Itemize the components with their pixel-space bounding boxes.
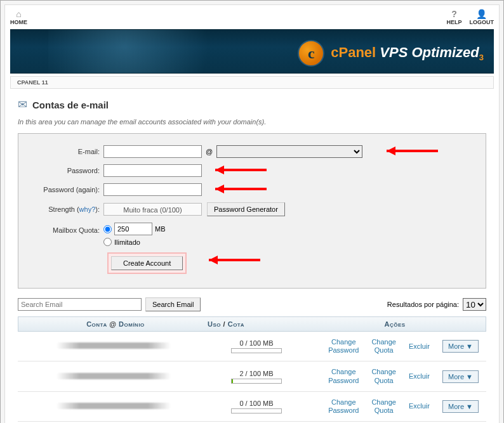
- arrow-annotation: [209, 256, 269, 264]
- page-title: Contas de e-mail: [32, 100, 109, 110]
- quota-input[interactable]: [114, 223, 152, 235]
- home-icon: ⌂: [10, 9, 27, 19]
- email-input[interactable]: [103, 145, 202, 158]
- home-link[interactable]: ⌂ HOME: [10, 9, 27, 25]
- more-button[interactable]: More ▼: [442, 340, 479, 353]
- password2-label: Password (again):: [27, 186, 103, 193]
- more-button[interactable]: More ▼: [442, 400, 479, 413]
- strength-label: Strength (why?):: [27, 205, 103, 213]
- home-label: HOME: [10, 19, 27, 25]
- table-header: Conta @ Domínio Uso / Cota Ações: [18, 316, 486, 332]
- quota-unlimited-label: Ilimitado: [114, 238, 140, 246]
- th-quota[interactable]: Cota: [228, 320, 244, 328]
- results-per-page-select[interactable]: 10: [463, 298, 486, 311]
- cpanel-logo-icon: c: [298, 40, 324, 67]
- change-quota-link[interactable]: ChangeQuota: [371, 398, 396, 415]
- change-quota-link[interactable]: ChangeQuota: [371, 338, 396, 355]
- more-button[interactable]: More ▼: [442, 370, 479, 383]
- quota-unit: MB: [155, 225, 166, 233]
- password-generator-button[interactable]: Password Generator: [207, 202, 285, 216]
- password-input[interactable]: [103, 164, 202, 177]
- password2-input[interactable]: [103, 183, 202, 196]
- quota-label: Mailbox Quota:: [27, 223, 103, 234]
- create-account-button[interactable]: Create Account: [111, 256, 183, 270]
- results-per-page-label: Resultados por página:: [387, 301, 459, 308]
- email-label: E-mail:: [27, 148, 103, 155]
- th-actions: Ações: [309, 320, 481, 328]
- help-link[interactable]: ? HELP: [446, 9, 461, 25]
- breadcrumb[interactable]: CPANEL 11: [10, 76, 494, 89]
- th-account[interactable]: Conta: [86, 320, 107, 328]
- account-cell: [56, 373, 171, 379]
- why-link[interactable]: why?: [79, 205, 96, 213]
- help-icon: ?: [446, 9, 461, 19]
- usage-cell: 0 / 100 MB: [206, 400, 307, 407]
- help-label: HELP: [446, 19, 461, 25]
- th-domain[interactable]: Domínio: [119, 320, 145, 328]
- password-label: Password:: [27, 167, 103, 174]
- logout-link[interactable]: 👤 LOGOUT: [470, 9, 494, 25]
- arrow-annotation: [215, 166, 275, 174]
- logout-icon: 👤: [470, 9, 494, 19]
- domain-select[interactable]: [216, 145, 362, 158]
- at-sign: @: [206, 148, 213, 155]
- search-input[interactable]: [18, 298, 142, 311]
- delete-link[interactable]: Excluir: [409, 342, 430, 351]
- account-cell: [56, 342, 171, 349]
- mail-icon: ✉: [18, 98, 27, 112]
- arrow-annotation: [215, 185, 275, 193]
- change-quota-link[interactable]: ChangeQuota: [371, 368, 396, 384]
- change-password-link[interactable]: ChangePassword: [328, 398, 359, 415]
- top-toolbar: ⌂ HOME ? HELP 👤 LOGOUT: [5, 5, 499, 29]
- usage-bar: [231, 379, 282, 384]
- strength-meter: Muito fraca (0/100): [103, 203, 202, 216]
- delete-link[interactable]: Excluir: [409, 402, 430, 410]
- arrow-annotation: [387, 146, 447, 155]
- usage-cell: 2 / 100 MB: [206, 370, 307, 377]
- table-row: 2 / 100 MBChangePasswordChangeQuotaExclu…: [18, 361, 486, 391]
- delete-link[interactable]: Excluir: [409, 372, 430, 381]
- brand-text: cPanel VPS Optimized3: [331, 44, 484, 62]
- table-row: 0 / 100 MBChangePasswordChangeQuotaExclu…: [18, 392, 486, 422]
- header-banner: c cPanel VPS Optimized3: [10, 29, 494, 74]
- th-usage[interactable]: Uso: [208, 320, 221, 328]
- change-password-link[interactable]: ChangePassword: [328, 338, 359, 355]
- account-cell: [56, 403, 171, 409]
- create-highlight: Create Account: [107, 252, 187, 274]
- usage-cell: 0 / 100 MB: [206, 339, 307, 347]
- table-row: 0 / 100 MBChangePasswordChangeQuotaExclu…: [18, 332, 486, 361]
- search-button[interactable]: Search Email: [145, 297, 201, 311]
- change-password-link[interactable]: ChangePassword: [328, 368, 359, 384]
- quota-unlimited-radio[interactable]: [103, 238, 112, 246]
- create-account-form: E-mail: @ Password: Password (again): St…: [18, 133, 486, 289]
- page-intro: In this area you can manage the email ac…: [18, 118, 486, 126]
- quota-fixed-radio[interactable]: [103, 225, 112, 233]
- logout-label: LOGOUT: [470, 19, 494, 25]
- usage-bar: [231, 348, 282, 353]
- usage-bar: [231, 408, 282, 413]
